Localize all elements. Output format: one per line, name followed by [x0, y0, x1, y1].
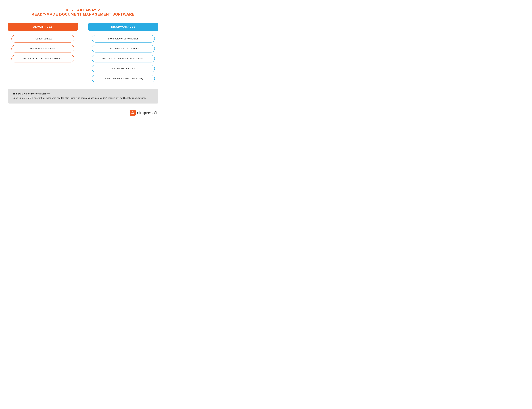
page-title: KEY TAKEAWAYS: READY-MADE DOCUMENT MANAG… — [8, 8, 158, 17]
list-item: Possible security gaps — [92, 65, 155, 72]
advantages-header: ADVANTAGES — [8, 23, 78, 31]
footer-normal: Such type of DMS is relevant for those w… — [13, 96, 153, 100]
disadvantages-header: DISADVANTAGES — [88, 23, 158, 31]
disadvantages-list: Low degree of customization Low control … — [88, 35, 158, 82]
list-item: Low degree of customization — [92, 35, 155, 43]
list-item: Certain features may be unnecessary — [92, 75, 155, 82]
list-item: Relatively low cost of such a solution — [11, 55, 74, 63]
footer-bold: This DMS will be more suitable for: — [13, 93, 153, 95]
advantages-column: ADVANTAGES Frequent updates Relatively f… — [8, 23, 78, 63]
list-item: Relatively fast integration — [11, 45, 74, 53]
main-columns: ADVANTAGES Frequent updates Relatively f… — [8, 23, 158, 82]
logo-row: aimprosoft — [8, 110, 158, 116]
title-line2: READY-MADE DOCUMENT MANAGEMENT SOFTWARE — [8, 12, 158, 17]
title-line1: KEY TAKEAWAYS: — [8, 8, 158, 12]
logo-icon — [130, 110, 136, 116]
list-item: Low control over the software — [92, 45, 155, 53]
footer-box: This DMS will be more suitable for: Such… — [8, 89, 158, 103]
logo-text: aimprosoft — [137, 111, 157, 115]
logo-svg — [131, 111, 134, 115]
advantages-list: Frequent updates Relatively fast integra… — [8, 35, 78, 63]
list-item: High cost of such a software integration — [92, 55, 155, 63]
list-item: Frequent updates — [11, 35, 74, 43]
disadvantages-column: DISADVANTAGES Low degree of customizatio… — [88, 23, 158, 82]
